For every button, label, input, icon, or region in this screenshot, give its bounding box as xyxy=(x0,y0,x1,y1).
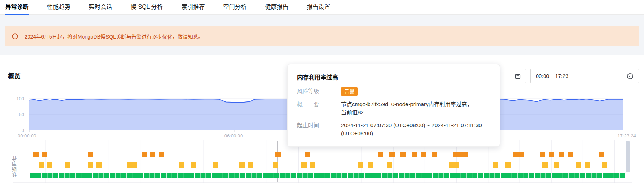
tab-exception-diagnosis[interactable]: 异常诊断 xyxy=(5,0,29,15)
time-range-value: 00:00 ~ 17:23 xyxy=(536,73,568,79)
notice-banner: 2024年6月5日起，将对MongoDB慢SQL诊断与告警进行逐步优化，敬请知悉… xyxy=(5,26,639,46)
summary-value: 节点cmgo-b7lfx59d_0-node-primary内存利用率过高，当前… xyxy=(341,100,477,117)
time-range-select[interactable]: 00:00 ~ 17:23 xyxy=(530,69,639,83)
clock-icon xyxy=(626,72,634,80)
tab-space-analysis[interactable]: 空间分析 xyxy=(223,0,246,15)
y-axis-tick-100: 100 xyxy=(11,96,24,101)
tab-label: 慢 SQL 分析 xyxy=(131,4,163,10)
tab-bar: 异常诊断 性能趋势 实时会话 慢 SQL 分析 索引推荐 空间分析 健康报告 报… xyxy=(0,0,644,15)
tab-realtime-session[interactable]: 实时会话 xyxy=(89,0,112,15)
risk-level-badge: 告警 xyxy=(341,87,358,96)
time-range-label: 起止时间 xyxy=(297,121,341,137)
tab-index-recommendation[interactable]: 索引推荐 xyxy=(181,0,205,15)
x-axis-tick-end: 17:23:24 xyxy=(604,133,636,139)
x-axis-tick-mid: 06:00:00 xyxy=(217,133,250,139)
tab-health-report[interactable]: 健康报告 xyxy=(265,0,288,15)
event-detail-popover: 内存利用率过高 风险等级 告警 概要 节点cmgo-b7lfx59d_0-nod… xyxy=(287,64,500,147)
calendar-icon xyxy=(514,72,522,80)
tab-label: 健康报告 xyxy=(265,4,288,10)
tab-slow-sql-analysis[interactable]: 慢 SQL 分析 xyxy=(131,0,163,15)
time-range-value-text: 2024-11-21 07:07:30 (UTC+08:00) ~ 2024-1… xyxy=(341,121,489,137)
exception-diagnosis-page: 异常诊断 性能趋势 实时会话 慢 SQL 分析 索引推荐 空间分析 健康报告 报… xyxy=(0,0,644,186)
time-range-row: 起止时间 2024-11-21 07:07:30 (UTC+08:00) ~ 2… xyxy=(297,121,490,137)
tab-performance-trend[interactable]: 性能趋势 xyxy=(47,0,70,15)
tab-label: 空间分析 xyxy=(223,4,246,10)
events-scrollbar-thumb[interactable] xyxy=(626,141,630,172)
summary-label: 概要 xyxy=(297,100,319,117)
events-axis-label: 诊断事件 xyxy=(11,143,18,177)
alert-circle-icon xyxy=(12,33,18,40)
popover-title: 内存利用率过高 xyxy=(297,72,490,81)
x-axis-tick-start: 00:00:00 xyxy=(18,133,36,139)
summary-row: 概要 节点cmgo-b7lfx59d_0-node-primary内存利用率过高… xyxy=(297,100,490,117)
notice-banner-text: 2024年6月5日起，将对MongoDB慢SQL诊断与告警进行逐步优化，敬请知悉… xyxy=(25,33,203,40)
tab-label: 实时会话 xyxy=(89,4,112,10)
tab-report-settings[interactable]: 报告设置 xyxy=(307,0,330,15)
tab-label: 索引推荐 xyxy=(181,4,205,10)
page-title: 概览 xyxy=(8,71,21,80)
risk-level-row: 风险等级 告警 xyxy=(297,87,490,96)
y-axis-tick-50: 50 xyxy=(11,112,24,117)
tab-label: 异常诊断 xyxy=(5,4,29,10)
y-axis-tick-0: 0 xyxy=(11,128,24,133)
risk-level-label: 风险等级 xyxy=(297,87,341,96)
tab-label: 报告设置 xyxy=(307,4,330,10)
tab-label: 性能趋势 xyxy=(47,4,70,10)
